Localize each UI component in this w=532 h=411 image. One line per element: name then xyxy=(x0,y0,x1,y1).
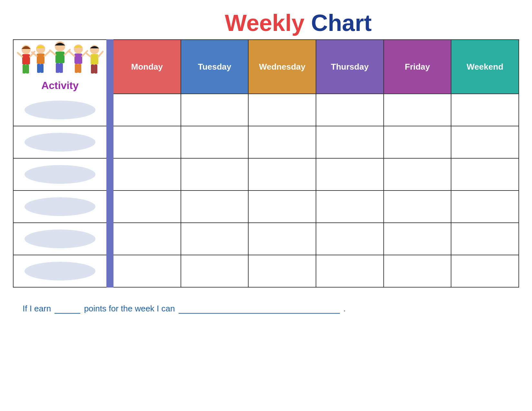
activity-cell-3 xyxy=(13,159,106,191)
cell-4-monday xyxy=(113,191,181,223)
activity-oval-5 xyxy=(25,230,95,248)
row-day-cells-4 xyxy=(113,191,519,223)
svg-rect-7 xyxy=(37,54,44,64)
day-header-tuesday: Tuesday xyxy=(181,39,249,94)
cell-3-tuesday xyxy=(181,159,249,191)
row-divider-5 xyxy=(106,223,113,255)
day-header-friday: Friday xyxy=(384,39,452,94)
cell-2-tuesday xyxy=(181,126,249,159)
activity-cell-4 xyxy=(13,191,106,223)
bottom-suffix: . xyxy=(343,304,346,313)
bottom-middle: points for the week I can xyxy=(84,304,175,313)
activity-oval-1 xyxy=(25,101,95,119)
svg-rect-21 xyxy=(78,64,81,73)
weekly-chart: Activity Monday Tuesday Wednesday Thursd… xyxy=(13,39,519,288)
svg-rect-26 xyxy=(91,64,94,73)
svg-rect-15 xyxy=(59,63,63,73)
svg-rect-19 xyxy=(74,54,82,64)
svg-line-4 xyxy=(18,53,22,57)
bottom-blank-points[interactable] xyxy=(54,313,80,314)
svg-line-28 xyxy=(86,53,91,57)
cell-3-friday xyxy=(384,159,452,191)
cell-6-tuesday xyxy=(181,255,249,288)
activity-cell-1 xyxy=(13,94,106,126)
row-divider-2 xyxy=(106,126,113,159)
svg-rect-3 xyxy=(26,64,29,73)
title-chart: Chart xyxy=(311,10,372,36)
cell-2-monday xyxy=(113,126,181,159)
row-day-cells-6 xyxy=(113,255,519,288)
cell-3-wednesday xyxy=(249,159,316,191)
table-row xyxy=(13,223,519,255)
cell-1-tuesday xyxy=(181,94,249,126)
cell-2-weekend xyxy=(451,126,519,159)
svg-rect-2 xyxy=(23,64,26,73)
title-container: Weekly Chart xyxy=(13,10,519,36)
svg-rect-1 xyxy=(22,54,30,64)
day-header-wednesday: Wednesday xyxy=(249,39,316,94)
cell-1-friday xyxy=(384,94,452,126)
table-row xyxy=(13,159,519,191)
table-row xyxy=(13,255,519,288)
table-row xyxy=(13,94,519,126)
svg-line-22 xyxy=(69,52,74,56)
cell-1-wednesday xyxy=(249,94,316,126)
row-divider-1 xyxy=(106,94,113,126)
cell-4-thursday xyxy=(316,191,384,223)
bottom-prefix: If I earn xyxy=(23,304,51,313)
bottom-text: If I earn points for the week I can . xyxy=(13,304,519,314)
kids-illustration xyxy=(16,40,103,78)
svg-rect-25 xyxy=(91,54,98,64)
chart-body xyxy=(13,94,519,288)
cell-5-thursday xyxy=(316,223,384,255)
row-divider-4 xyxy=(106,191,113,223)
day-header-thursday: Thursday xyxy=(316,39,384,94)
cell-6-friday xyxy=(384,255,452,288)
activity-oval-3 xyxy=(25,165,95,184)
cell-4-friday xyxy=(384,191,452,223)
cell-4-wednesday xyxy=(249,191,316,223)
activity-oval-2 xyxy=(25,133,95,152)
svg-rect-9 xyxy=(40,64,44,73)
cell-5-weekend xyxy=(451,223,519,255)
cell-5-monday xyxy=(113,223,181,255)
svg-rect-14 xyxy=(56,63,59,73)
title-weekly: Weekly xyxy=(225,10,304,36)
cell-2-friday xyxy=(384,126,452,159)
day-header-weekend: Weekend xyxy=(451,39,519,94)
svg-rect-20 xyxy=(75,64,78,73)
cell-1-weekend xyxy=(451,94,519,126)
activity-cell-6 xyxy=(13,255,106,288)
bottom-blank-reward[interactable] xyxy=(179,313,340,314)
row-divider-3 xyxy=(106,159,113,191)
table-row xyxy=(13,126,519,159)
cell-3-weekend xyxy=(451,159,519,191)
day-header-monday: Monday xyxy=(113,39,181,94)
day-headers: Monday Tuesday Wednesday Thursday Friday… xyxy=(113,39,519,94)
activity-cell-2 xyxy=(13,126,106,159)
header-vertical-divider xyxy=(106,39,113,94)
cell-5-friday xyxy=(384,223,452,255)
cell-1-monday xyxy=(113,94,181,126)
activity-cell-5 xyxy=(13,223,106,255)
chart-header-row: Activity Monday Tuesday Wednesday Thursd… xyxy=(13,39,519,94)
cell-6-thursday xyxy=(316,255,384,288)
cell-2-thursday xyxy=(316,126,384,159)
svg-rect-13 xyxy=(55,52,64,63)
svg-rect-27 xyxy=(94,64,97,73)
activity-oval-6 xyxy=(25,262,95,280)
svg-rect-8 xyxy=(37,64,40,73)
cell-2-wednesday xyxy=(249,126,316,159)
row-day-cells-2 xyxy=(113,126,519,159)
svg-line-16 xyxy=(50,50,55,55)
cell-5-wednesday xyxy=(249,223,316,255)
row-day-cells-5 xyxy=(113,223,519,255)
svg-line-11 xyxy=(44,52,49,56)
cell-5-tuesday xyxy=(181,223,249,255)
kids-corner: Activity xyxy=(13,39,106,94)
activity-label: Activity xyxy=(14,78,106,94)
cell-6-weekend xyxy=(451,255,519,288)
cell-6-wednesday xyxy=(249,255,316,288)
cell-6-monday xyxy=(113,255,181,288)
cell-3-monday xyxy=(113,159,181,191)
